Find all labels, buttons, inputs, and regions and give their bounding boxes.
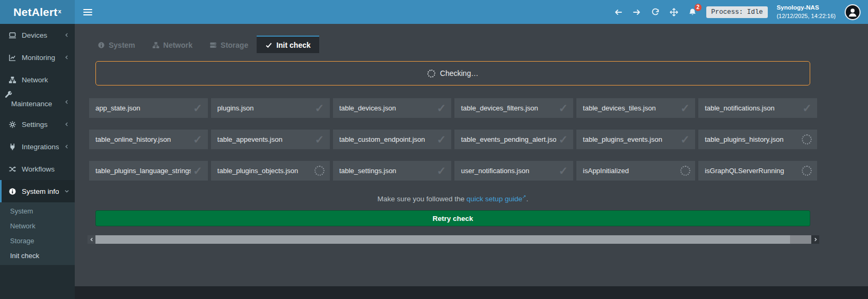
spinner-icon — [427, 70, 435, 78]
submenu-item-system[interactable]: System — [0, 203, 75, 218]
top-bar: NetAlertx 2 Process: Idle Synology-NAS (… — [0, 0, 868, 24]
network-icon — [8, 76, 16, 84]
check-item-label: app_state.json — [95, 104, 141, 112]
back-icon[interactable] — [613, 7, 623, 17]
chevron-left-icon — [64, 99, 69, 105]
server-icon — [209, 41, 217, 49]
check-item: table_plugins_history.json — [698, 130, 817, 149]
check-item-label: table_plugins_language_strings.json — [95, 167, 191, 175]
system-info-panel: System Network Storage Init check Checki… — [75, 24, 868, 286]
host-info: Synology-NAS (12/12/2025, 14:22:16) — [777, 4, 836, 20]
setup-note: Make sure you followed the quick setup g… — [95, 194, 810, 203]
check-item-label: plugins.json — [217, 104, 254, 112]
check-item-label: user_notifications.json — [461, 167, 529, 175]
check-status-icon — [434, 133, 448, 147]
submenu-item-label: Storage — [10, 237, 34, 245]
check-item-label: table_appevents.json — [217, 135, 283, 143]
chevron-left-icon — [64, 122, 69, 127]
check-item: table_notifications.json — [698, 98, 817, 118]
gear-icon — [8, 121, 16, 129]
init-check-grid: app_state.json plugins.json table_device… — [89, 98, 817, 181]
check-item: table_devices_filters.json — [454, 98, 573, 118]
tab-label: Network — [163, 41, 192, 49]
sidebar-item-workflows[interactable]: Workflows — [0, 158, 75, 180]
user-avatar[interactable] — [845, 4, 861, 20]
check-item: isGraphQLServerRunning — [698, 161, 817, 181]
scroll-left-button[interactable] — [87, 235, 95, 244]
checking-status-box: Checking… — [95, 61, 810, 86]
check-item: table_devices_tiles.json — [576, 98, 695, 118]
scroll-right-button[interactable] — [811, 235, 819, 244]
tab-storage[interactable]: Storage — [201, 36, 257, 53]
network-icon — [152, 41, 160, 49]
refresh-icon[interactable] — [651, 7, 660, 17]
chart-icon — [8, 54, 16, 62]
tab-init-check[interactable]: Init check — [257, 36, 319, 53]
check-item: table_events_pending_alert.json — [454, 130, 573, 149]
check-item: user_notifications.json — [454, 161, 573, 181]
check-item: app_state.json — [89, 98, 208, 118]
check-status-icon — [191, 164, 205, 178]
sidebar-item-label: Integrations — [22, 143, 59, 151]
check-item: table_devices.json — [333, 98, 452, 118]
bell-icon[interactable]: 2 — [688, 7, 697, 17]
forward-icon[interactable] — [632, 7, 642, 17]
sidebar-toggle-button[interactable] — [75, 0, 100, 24]
shuffle-icon — [8, 165, 16, 173]
quick-setup-guide-link[interactable]: quick setup guide — [467, 195, 522, 203]
check-item-label: isGraphQLServerRunning — [705, 167, 784, 175]
scrollbar-thumb[interactable] — [95, 235, 790, 244]
submenu-item-label: System — [10, 207, 33, 215]
check-item-label: table_devices_filters.json — [461, 104, 538, 112]
scrollbar-track[interactable] — [95, 235, 811, 244]
tab-system[interactable]: System — [89, 36, 144, 53]
check-item: isAppInitialized — [576, 161, 695, 181]
chevron-left-icon — [64, 144, 69, 149]
check-status-icon — [434, 164, 448, 178]
sidebar-item-integrations[interactable]: Integrations — [0, 135, 75, 158]
sidebar-item-settings[interactable]: Settings — [0, 113, 75, 135]
check-status-icon — [800, 101, 814, 115]
submenu-item-storage[interactable]: Storage — [0, 233, 75, 248]
laptop-icon — [8, 31, 16, 39]
check-status-icon — [678, 101, 692, 115]
plug-icon — [8, 143, 16, 151]
sidebar-item-maintenance[interactable]: Maintenance — [0, 91, 75, 113]
sidebar-item-label: System info — [22, 187, 59, 195]
sidebar-item-label: Maintenance — [11, 100, 52, 113]
check-item-label: table_plugins_history.json — [705, 135, 784, 143]
check-item-label: table_plugins_events.json — [583, 135, 662, 143]
tab-bar: System Network Storage Init check — [89, 36, 319, 53]
sidebar: Devices Monitoring Network Maintenance S… — [0, 24, 75, 299]
notification-badge: 2 — [695, 4, 702, 11]
sidebar-item-devices[interactable]: Devices — [0, 24, 75, 46]
sidebar-item-monitoring[interactable]: Monitoring — [0, 46, 75, 69]
system-info-submenu: System Network Storage Init check — [0, 202, 75, 265]
check-status-icon — [678, 133, 692, 147]
check-status-icon — [800, 133, 814, 147]
chevron-left-icon — [64, 32, 69, 38]
app-logo[interactable]: NetAlertx — [0, 0, 75, 24]
sidebar-item-label: Monitoring — [22, 54, 59, 62]
submenu-item-init-check[interactable]: Init check — [0, 248, 75, 263]
check-item-label: table_online_history.json — [95, 135, 171, 143]
note-prefix: Make sure you followed the — [378, 195, 467, 203]
check-item: table_appevents.json — [211, 130, 330, 149]
check-item-label: table_devices.json — [339, 104, 396, 112]
submenu-item-network[interactable]: Network — [0, 218, 75, 233]
host-name: Synology-NAS — [777, 4, 836, 12]
info-circle-icon — [98, 41, 105, 49]
sidebar-item-system-info[interactable]: System info — [0, 180, 75, 202]
sidebar-item-label: Workflows — [22, 165, 69, 173]
check-status-icon — [313, 164, 327, 178]
retry-check-button[interactable]: Retry check — [95, 210, 810, 226]
sidebar-item-network[interactable]: Network — [0, 69, 75, 91]
check-item: table_plugins_objects.json — [211, 161, 330, 181]
tab-label: Init check — [276, 41, 311, 49]
move-icon[interactable] — [669, 7, 679, 17]
checking-text: Checking… — [440, 69, 478, 78]
check-status-icon — [434, 101, 448, 115]
check-item-label: table_plugins_objects.json — [217, 167, 299, 175]
tab-network[interactable]: Network — [144, 36, 201, 53]
check-status-icon — [678, 164, 692, 178]
